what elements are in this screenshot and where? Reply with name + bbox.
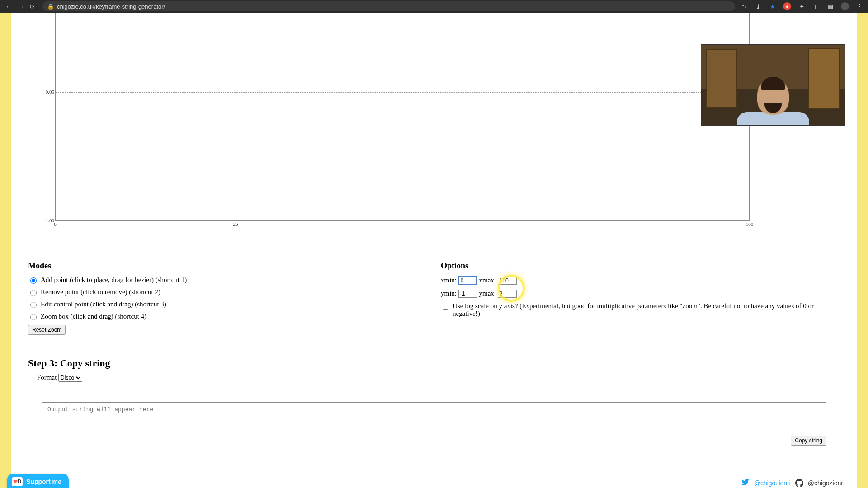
toolbar-right: 🗛 ⤓ ★ ● ✦ ▯ ▤ ⋮ [740, 2, 863, 10]
xmax-input[interactable] [498, 277, 517, 285]
xmin-label: xmin: [441, 277, 457, 284]
twitter-icon [741, 479, 750, 487]
webcam-overlay [701, 44, 845, 126]
ymax-label: ymax: [479, 290, 496, 297]
mode-label: Zoom box (click and drag) (shortcut 4) [41, 313, 146, 320]
x-tick-label: 0 [54, 221, 57, 227]
ymax-input[interactable] [498, 290, 517, 298]
modes-panel: Modes Add point (click to place, drag fo… [28, 261, 427, 335]
logscale-label: Use log scale on y axis? (Experimental, … [453, 302, 823, 318]
kofi-icon: ❤D [12, 477, 23, 486]
social-links: @chigozienri @chigozienri [741, 479, 844, 487]
side-panel-icon[interactable]: ▯ [812, 2, 820, 10]
ymin-input[interactable] [458, 290, 477, 298]
url-text: chigozie.co.uk/keyframe-string-generator… [57, 3, 165, 10]
xmin-input[interactable] [458, 276, 477, 285]
x-tick-label: 100 [746, 221, 754, 227]
mode-radio-add[interactable] [30, 277, 37, 284]
mode-radio-zoom[interactable] [30, 314, 37, 320]
back-button[interactable]: ← [5, 3, 13, 10]
grid-line-horizontal [56, 92, 749, 93]
y-tick-label: 0.05 [46, 89, 54, 94]
ymin-label: ymin: [441, 290, 457, 297]
copy-string-button[interactable]: Copy string [791, 436, 826, 446]
browser-toolbar: ← → ⟳ 🔒 chigozie.co.uk/keyframe-string-g… [0, 0, 868, 13]
options-panel: Options xmin: xmax: ymin: ymax: [441, 261, 840, 335]
mode-radio-remove[interactable] [30, 290, 37, 296]
profile-avatar[interactable] [841, 2, 849, 10]
page: 0.05 -1.00 0 26 100 Modes Add point (cli… [0, 13, 868, 488]
forward-button[interactable]: → [17, 3, 25, 10]
logscale-checkbox[interactable] [443, 304, 448, 310]
output-textarea[interactable] [42, 402, 826, 430]
format-select[interactable]: Disco [58, 374, 82, 382]
translate-icon[interactable]: 🗛 [740, 2, 748, 10]
github-link[interactable]: @chigozienri [808, 479, 844, 487]
chart-plot[interactable] [55, 13, 750, 221]
xmax-label: xmax: [479, 277, 496, 284]
mode-label: Remove point (click to remove) (shortcut… [41, 288, 160, 296]
reload-button[interactable]: ⟳ [30, 3, 38, 10]
x-tick-label: 26 [233, 221, 238, 227]
step3-heading: Step 3: Copy string [28, 357, 840, 369]
extensions-icon[interactable]: ✦ [797, 2, 806, 10]
install-icon[interactable]: ⤓ [754, 2, 762, 10]
mode-radio-edit[interactable] [30, 302, 37, 308]
bookmark-star-icon[interactable]: ★ [769, 2, 777, 10]
github-icon [795, 479, 803, 487]
panel-icon[interactable]: ▤ [826, 2, 835, 10]
grid-line-vertical [236, 13, 236, 220]
options-heading: Options [441, 261, 840, 271]
mode-label: Edit control point (click and drag) (sho… [41, 300, 166, 308]
y-tick-label: -1.00 [44, 218, 54, 223]
chart-area[interactable]: 0.05 -1.00 0 26 100 [28, 13, 751, 230]
format-label: Format [37, 374, 57, 381]
reset-zoom-button[interactable]: Reset Zoom [28, 325, 66, 335]
twitter-link[interactable]: @chigozienri [754, 479, 791, 487]
support-label: Support me [26, 478, 61, 485]
mode-label: Add point (click to place, drag for bezi… [41, 276, 187, 284]
menu-icon[interactable]: ⋮ [855, 2, 863, 10]
extension-red-icon[interactable]: ● [783, 2, 791, 10]
modes-heading: Modes [28, 261, 427, 271]
lock-icon: 🔒 [47, 3, 53, 10]
address-bar[interactable]: 🔒 chigozie.co.uk/keyframe-string-generat… [42, 1, 735, 11]
support-me-button[interactable]: ❤D Support me [7, 474, 69, 488]
